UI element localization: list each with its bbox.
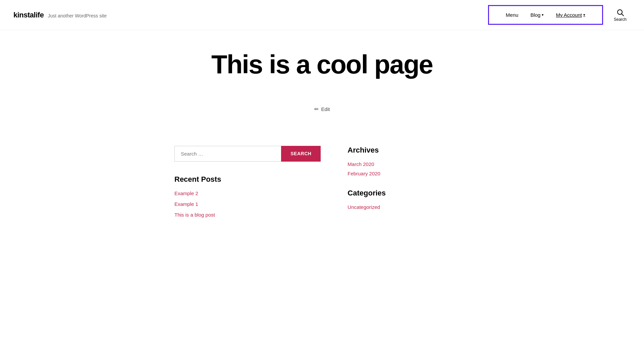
list-item: Example 1 — [174, 201, 321, 207]
list-item: February 2020 — [347, 171, 470, 177]
site-header: kinstalife Just another WordPress site M… — [0, 0, 644, 30]
recent-post-link[interactable]: Example 2 — [174, 190, 198, 196]
nav-my-account[interactable]: My Account ▾ — [550, 12, 591, 18]
recent-posts-list: Example 2Example 1This is a blog post — [174, 190, 321, 218]
search-input[interactable] — [174, 146, 281, 162]
site-branding: kinstalife Just another WordPress site — [13, 11, 107, 19]
list-item: March 2020 — [347, 161, 470, 167]
nav-blog[interactable]: Blog ▾ — [524, 12, 550, 18]
list-item: Uncategorized — [347, 204, 470, 210]
categories-title: Categories — [347, 189, 470, 197]
edit-label: Edit — [321, 106, 330, 112]
archives-section: Archives March 2020February 2020 — [347, 146, 470, 177]
main-content: This is a cool page ✏ Edit SEARCH Recent… — [0, 30, 644, 222]
nav-menu[interactable]: Menu — [500, 12, 525, 18]
blog-chevron-icon: ▾ — [542, 13, 544, 17]
search-widget: SEARCH — [174, 146, 321, 162]
recent-posts-widget: Recent Posts Example 2Example 1This is a… — [174, 175, 321, 218]
edit-icon: ✏ — [314, 106, 319, 112]
search-button[interactable]: SEARCH — [281, 146, 321, 162]
svg-line-1 — [622, 14, 624, 16]
page-title: This is a cool page — [211, 50, 433, 79]
list-item: Example 2 — [174, 190, 321, 196]
site-tagline: Just another WordPress site — [48, 13, 107, 18]
widget-left: SEARCH Recent Posts Example 2Example 1Th… — [174, 146, 321, 218]
header-search-button[interactable]: Search — [610, 8, 631, 22]
my-account-chevron-icon: ▾ — [583, 13, 585, 17]
recent-post-link[interactable]: Example 1 — [174, 201, 198, 207]
header-right: Menu Blog ▾ My Account ▾ Search — [488, 5, 631, 25]
recent-posts-title: Recent Posts — [174, 175, 321, 184]
site-title: kinstalife — [13, 11, 44, 19]
widget-right: Archives March 2020February 2020 Categor… — [347, 146, 470, 222]
nav-menu-highlighted: Menu Blog ▾ My Account ▾ — [488, 5, 603, 25]
archive-link[interactable]: February 2020 — [347, 171, 380, 176]
widgets-section: SEARCH Recent Posts Example 2Example 1Th… — [161, 146, 483, 222]
header-search-label: Search — [614, 17, 627, 22]
list-item: This is a blog post — [174, 212, 321, 218]
categories-section: Categories Uncategorized — [347, 189, 470, 210]
edit-link[interactable]: ✏ Edit — [314, 106, 330, 112]
archives-title: Archives — [347, 146, 470, 155]
archives-list: March 2020February 2020 — [347, 161, 470, 177]
search-icon — [616, 8, 624, 16]
categories-list: Uncategorized — [347, 204, 470, 210]
recent-post-link[interactable]: This is a blog post — [174, 212, 215, 218]
category-link[interactable]: Uncategorized — [347, 204, 380, 210]
archive-link[interactable]: March 2020 — [347, 161, 374, 167]
